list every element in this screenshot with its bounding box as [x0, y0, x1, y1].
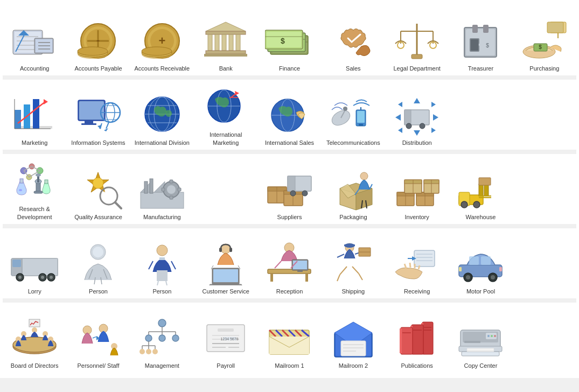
svg-rect-32: [215, 34, 219, 51]
international-sales-icon: [265, 94, 313, 137]
telecommunications-icon: [329, 94, 378, 137]
icon-cell-shipping[interactable]: Shipping: [322, 228, 385, 298]
lorry-icon: [10, 242, 59, 285]
svg-line-244: [340, 267, 347, 275]
svg-line-215: [149, 261, 153, 269]
marketing-label: Marketing: [22, 139, 47, 146]
icon-cell-accounts-payable[interactable]: - Accounts Payable: [66, 5, 130, 75]
icon-cell-accounts-receivable[interactable]: + Accounts Receivable: [130, 5, 194, 75]
warehouse-label: Warehouse: [466, 213, 496, 221]
distribution-label: Distribution: [402, 139, 432, 146]
icon-cell-legal-department[interactable]: Legal Department: [385, 5, 449, 75]
icon-cell-research-development[interactable]: Research & Development: [3, 154, 66, 224]
icon-cell-accounting[interactable]: Accounting: [3, 5, 66, 75]
icon-cell-information-systems[interactable]: Information Systems: [66, 80, 130, 150]
icon-cell-quality-assurance[interactable]: Quality Assurance: [66, 154, 130, 224]
icon-cell-finance[interactable]: $ $ $ Finance: [257, 5, 321, 75]
information-systems-icon: [74, 94, 122, 137]
svg-rect-230: [270, 274, 273, 282]
icon-cell-international-marketing[interactable]: International Marketing: [194, 80, 257, 150]
mailroom1-icon: [265, 317, 313, 360]
person2-icon: [138, 242, 186, 285]
treasurer-label: Treasurer: [468, 65, 493, 72]
publications-icon: [393, 317, 441, 360]
receiving-icon: [393, 242, 441, 285]
svg-point-165: [302, 191, 308, 196]
international-marketing-icon: [201, 86, 250, 129]
svg-marker-119: [431, 102, 436, 107]
icon-cell-mailroom1[interactable]: Mailroom 1: [257, 303, 321, 373]
icon-cell-customer-service[interactable]: Customer Service: [194, 228, 257, 298]
international-division-icon: [138, 94, 186, 137]
icon-cell-reception[interactable]: Reception: [257, 228, 321, 298]
svg-point-149: [167, 185, 176, 194]
icon-cell-inventory[interactable]: Inventory: [385, 154, 449, 224]
svg-point-111: [343, 107, 347, 111]
svg-marker-77: [44, 99, 48, 104]
icon-cell-purchasing[interactable]: $ Purchasing: [513, 5, 576, 75]
svg-rect-328: [400, 328, 402, 353]
svg-point-123: [420, 123, 425, 129]
svg-point-28: [142, 47, 172, 55]
payroll-icon: 1234 5678: [201, 317, 250, 360]
icon-cell-management[interactable]: Management: [130, 303, 194, 373]
mailroom2-label: Mailroom 2: [339, 362, 368, 369]
icon-cell-packaging[interactable]: Packaging: [322, 154, 385, 224]
svg-rect-33: [222, 34, 226, 51]
icon-cell-manufacturing[interactable]: Manufacturing: [130, 154, 194, 224]
svg-point-264: [491, 275, 495, 279]
icon-cell-suppliers[interactable]: Suppliers: [257, 154, 321, 224]
svg-rect-224: [213, 269, 238, 282]
empty6-icon: [520, 324, 569, 367]
svg-rect-150: [170, 180, 173, 183]
svg-point-143: [102, 190, 115, 202]
telecommunications-label: Telecommunications: [326, 139, 380, 146]
icon-cell-receiving[interactable]: Receiving: [385, 228, 449, 298]
accounts-payable-label: Accounts Payable: [74, 65, 122, 72]
svg-rect-319: [341, 341, 366, 356]
svg-rect-34: [229, 34, 233, 51]
icon-cell-board-of-directors[interactable]: Board of Directors: [3, 303, 66, 373]
svg-rect-259: [469, 256, 479, 265]
svg-rect-60: [483, 25, 489, 33]
row-separator-3: [3, 150, 576, 154]
packaging-label: Packaging: [339, 213, 367, 221]
icon-cell-personnel-staff[interactable]: Personnel/ Staff: [66, 303, 130, 373]
svg-rect-137: [20, 179, 23, 183]
treasurer-icon: $: [456, 19, 505, 62]
icon-cell-distribution[interactable]: Distribution: [385, 80, 449, 150]
shipping-icon: [329, 242, 378, 285]
svg-text:+: +: [158, 34, 165, 47]
icon-cell-copy-center[interactable]: Copy Center: [449, 303, 512, 373]
empty5-icon: [520, 250, 569, 293]
sales-label: Sales: [346, 65, 361, 72]
icon-cell-mailroom2[interactable]: Mailroom 2: [322, 303, 385, 373]
icon-cell-telecommunications[interactable]: Telecommunications: [322, 80, 385, 150]
quality-assurance-label: Quality Assurance: [74, 213, 122, 221]
icon-cell-treasurer[interactable]: $ Treasurer: [449, 5, 512, 75]
svg-rect-190: [484, 184, 489, 196]
finance-icon: $ $ $: [265, 19, 313, 62]
icon-cell-empty2: [513, 80, 576, 150]
icon-cell-person2[interactable]: Person: [130, 228, 194, 298]
svg-rect-266: [499, 267, 502, 271]
icon-cell-motor-pool[interactable]: Motor Pool: [449, 228, 512, 298]
bank-icon: [201, 19, 250, 62]
packaging-icon: [329, 168, 378, 211]
icon-cell-person1[interactable]: Person: [66, 228, 130, 298]
icon-cell-warehouse[interactable]: Warehouse: [449, 154, 512, 224]
personnel-staff-label: Personnel/ Staff: [77, 362, 119, 369]
svg-line-218: [166, 281, 167, 285]
svg-point-194: [473, 201, 480, 208]
icon-cell-sales[interactable]: Sales: [322, 5, 385, 75]
icon-cell-publications[interactable]: Publications: [385, 303, 449, 373]
icon-cell-lorry[interactable]: Lorry: [3, 228, 66, 298]
icon-cell-bank[interactable]: Bank: [194, 5, 257, 75]
svg-rect-327: [401, 327, 413, 354]
icon-cell-international-sales[interactable]: International Sales: [257, 80, 321, 150]
icon-cell-international-division[interactable]: International Division: [130, 80, 194, 150]
icon-cell-payroll[interactable]: 1234 5678 Payroll: [194, 303, 257, 373]
svg-line-235: [275, 261, 281, 268]
board-of-directors-label: Board of Directors: [11, 362, 59, 369]
icon-cell-marketing[interactable]: Marketing: [3, 80, 66, 150]
